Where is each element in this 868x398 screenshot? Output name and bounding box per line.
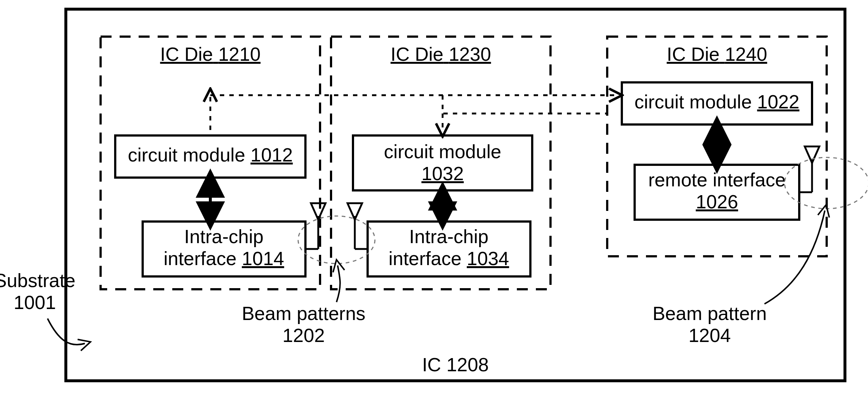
svg-text:interface 1034: interface 1034 xyxy=(388,248,509,269)
ic-die-1230: IC Die 1230 circuit module 1032 Intra-ch… xyxy=(331,37,551,289)
die1-circuit-num: 1012 xyxy=(251,144,293,165)
svg-text:interface 1014: interface 1014 xyxy=(164,248,284,269)
beam-1204-leader xyxy=(764,211,825,304)
svg-text:IC Die 1230: IC Die 1230 xyxy=(391,44,491,65)
antenna-1034 xyxy=(347,203,368,249)
die3-title-num: 1240 xyxy=(725,44,767,65)
beam-1202-label: Beam patterns xyxy=(242,303,365,324)
beam-1204-label: Beam pattern xyxy=(653,303,767,324)
svg-text:Intra-chip: Intra-chip xyxy=(409,226,489,247)
svg-text:1026: 1026 xyxy=(696,191,738,212)
die1-circuit-label: circuit module xyxy=(128,144,245,165)
die2-title-num: 1230 xyxy=(449,44,491,65)
svg-text:IC Die 1210: IC Die 1210 xyxy=(160,44,261,65)
svg-text:circuit module 1012: circuit module 1012 xyxy=(128,144,293,165)
die1-title-prefix: IC Die xyxy=(160,44,213,65)
die3-if-label: remote interface xyxy=(648,169,786,190)
substrate-number: 1001 xyxy=(14,292,56,313)
dashed-routing xyxy=(210,95,616,130)
die1-if-line2-label: interface xyxy=(164,248,236,269)
ic-die-1240: IC Die 1240 circuit module 1022 remote i… xyxy=(607,37,827,256)
die3-circuit-label: circuit module xyxy=(635,91,752,112)
beam-1202-leader xyxy=(337,265,340,302)
svg-text:remote interface: remote interface xyxy=(648,169,786,190)
beam-pattern-1202-ellipse xyxy=(298,216,375,264)
substrate-label: Substrate xyxy=(0,270,75,291)
antenna-1026 xyxy=(799,146,819,192)
die2-if-line2-label: interface xyxy=(388,248,461,269)
ic-label-num: 1208 xyxy=(446,354,489,375)
antenna-1014 xyxy=(305,203,326,249)
ic-label: IC 1208 xyxy=(422,354,489,375)
svg-text:1032: 1032 xyxy=(421,163,464,184)
ic-label-text: IC xyxy=(422,354,441,375)
die3-title-prefix: IC Die xyxy=(667,44,719,65)
svg-text:circuit module: circuit module xyxy=(384,141,501,162)
die2-circuit-num: 1032 xyxy=(421,163,464,184)
beam-1202-number: 1202 xyxy=(282,325,325,346)
die2-title-prefix: IC Die xyxy=(391,44,443,65)
die2-if-line1: Intra-chip xyxy=(409,226,489,247)
die1-if-num: 1014 xyxy=(242,248,284,269)
die2-if-num: 1034 xyxy=(467,248,509,269)
die1-title-num: 1210 xyxy=(218,44,261,65)
die3-circuit-num: 1022 xyxy=(757,91,800,112)
svg-text:circuit module 1022: circuit module 1022 xyxy=(635,91,800,112)
ic-die-1210: IC Die 1210 circuit module 1012 Intra-ch… xyxy=(101,37,326,289)
svg-text:Intra-chip: Intra-chip xyxy=(184,226,264,247)
svg-text:IC Die 1240: IC Die 1240 xyxy=(667,44,767,65)
die3-if-num: 1026 xyxy=(696,191,738,212)
die2-circuit-label: circuit module xyxy=(384,141,501,162)
die1-if-line1: Intra-chip xyxy=(184,226,264,247)
beam-1204-number: 1204 xyxy=(688,325,731,346)
